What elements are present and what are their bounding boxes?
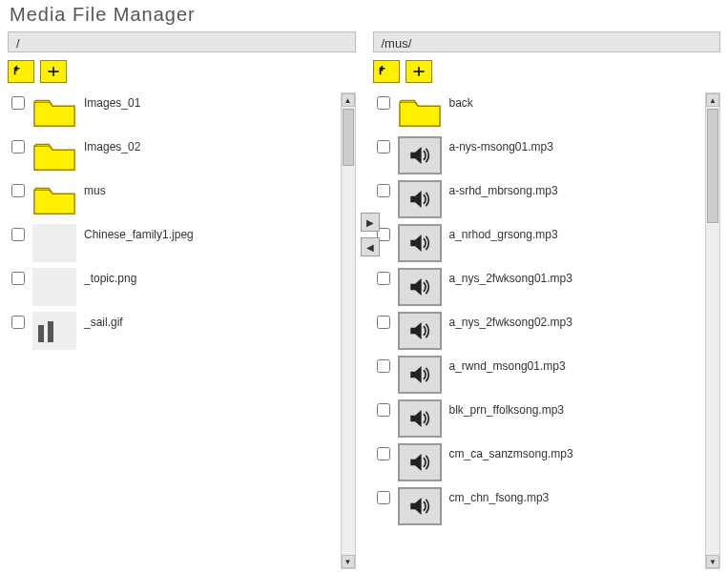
- audio-icon[interactable]: [398, 443, 442, 481]
- item-label: _sail.gif: [84, 312, 123, 329]
- folder-icon[interactable]: [32, 136, 76, 174]
- right-add-button[interactable]: [406, 60, 432, 83]
- folder-icon[interactable]: [32, 180, 76, 218]
- item-label: a_nys_2fwksong01.mp3: [449, 268, 572, 285]
- right-panel: /mus/ backa-nys-msong01.mp3a-srhd_mbrson…: [373, 31, 721, 569]
- item-label: Images_01: [84, 92, 140, 110]
- item-label: blk_prn_ffolksong.mp3: [449, 399, 565, 417]
- item-checkbox[interactable]: [377, 184, 390, 197]
- item-label: a-nys-msong01.mp3: [449, 136, 553, 153]
- audio-icon[interactable]: [398, 136, 442, 174]
- audio-icon[interactable]: [398, 487, 442, 525]
- scroll-up-icon[interactable]: ▲: [706, 93, 719, 107]
- item-checkbox[interactable]: [11, 228, 25, 241]
- item-label: a_rwnd_msong01.mp3: [449, 356, 566, 373]
- audio-icon[interactable]: [398, 312, 442, 350]
- audio-icon[interactable]: [398, 180, 442, 218]
- left-path-bar[interactable]: /: [8, 31, 356, 52]
- item-checkbox[interactable]: [11, 184, 25, 197]
- item-checkbox[interactable]: [377, 447, 390, 460]
- item-checkbox[interactable]: [377, 491, 390, 504]
- item-label: a_nys_2fwksong02.mp3: [449, 312, 572, 329]
- left-add-button[interactable]: [40, 60, 67, 83]
- item-checkbox[interactable]: [11, 140, 25, 153]
- item-checkbox[interactable]: [377, 140, 390, 153]
- plus-icon: [44, 64, 63, 79]
- left-up-button[interactable]: [8, 60, 34, 83]
- scroll-thumb[interactable]: [707, 109, 718, 223]
- item-label: back: [449, 92, 473, 110]
- list-item[interactable]: Images_02: [8, 136, 339, 174]
- right-file-list[interactable]: backa-nys-msong01.mp3a-srhd_mbrsong.mp3a…: [373, 92, 721, 569]
- list-item[interactable]: mus: [8, 180, 339, 218]
- scroll-down-icon[interactable]: ▼: [342, 555, 355, 568]
- list-item[interactable]: a_nys_2fwksong02.mp3: [373, 312, 704, 350]
- folder-icon[interactable]: [32, 92, 76, 131]
- list-item[interactable]: a-srhd_mbrsong.mp3: [373, 180, 704, 218]
- item-checkbox[interactable]: [11, 316, 25, 329]
- item-label: Chinese_family1.jpeg: [84, 224, 194, 241]
- list-item[interactable]: a_nrhod_grsong.mp3: [373, 224, 704, 262]
- up-arrow-icon: [11, 64, 31, 79]
- item-checkbox[interactable]: [377, 359, 390, 373]
- image-thumbnail[interactable]: [32, 224, 76, 262]
- move-left-button[interactable]: ◀: [361, 237, 380, 256]
- list-item[interactable]: cm_ca_sanzmsong.mp3: [373, 443, 704, 481]
- item-label: a-srhd_mbrsong.mp3: [449, 180, 558, 197]
- right-scrollbar[interactable]: ▲ ▼: [705, 92, 720, 569]
- scroll-up-icon[interactable]: ▲: [342, 93, 355, 107]
- item-label: _topic.png: [84, 268, 136, 285]
- app-title: Media File Manager: [10, 4, 720, 26]
- list-item[interactable]: _sail.gif: [8, 312, 339, 350]
- item-label: a_nrhod_grsong.mp3: [449, 224, 558, 241]
- plus-icon: [409, 64, 428, 79]
- move-right-button[interactable]: ▶: [361, 213, 380, 232]
- list-item[interactable]: back: [373, 92, 704, 131]
- left-file-list[interactable]: Images_01Images_02musChinese_family1.jpe…: [8, 92, 356, 569]
- audio-icon[interactable]: [398, 268, 442, 306]
- item-label: cm_ca_sanzmsong.mp3: [449, 443, 573, 460]
- scroll-down-icon[interactable]: ▼: [706, 555, 719, 568]
- left-scrollbar[interactable]: ▲ ▼: [341, 92, 356, 569]
- item-checkbox[interactable]: [377, 403, 390, 417]
- scroll-thumb[interactable]: [343, 109, 354, 166]
- audio-icon[interactable]: [398, 399, 442, 438]
- list-item[interactable]: _topic.png: [8, 268, 339, 306]
- up-arrow-icon: [377, 64, 396, 79]
- audio-icon[interactable]: [398, 224, 442, 262]
- list-item[interactable]: blk_prn_ffolksong.mp3: [373, 399, 704, 438]
- list-item[interactable]: Chinese_family1.jpeg: [8, 224, 339, 262]
- image-thumbnail[interactable]: [32, 268, 76, 306]
- item-checkbox[interactable]: [11, 96, 25, 110]
- list-item[interactable]: a-nys-msong01.mp3: [373, 136, 704, 174]
- item-label: cm_chn_fsong.mp3: [449, 487, 550, 504]
- folder-icon[interactable]: [398, 92, 442, 131]
- right-path-bar[interactable]: /mus/: [373, 31, 721, 52]
- item-label: mus: [84, 180, 106, 197]
- item-checkbox[interactable]: [377, 316, 390, 329]
- audio-icon[interactable]: [398, 356, 442, 394]
- list-item[interactable]: a_rwnd_msong01.mp3: [373, 356, 704, 394]
- item-checkbox[interactable]: [377, 96, 390, 110]
- transfer-controls: ▶ ◀: [361, 213, 380, 256]
- item-label: Images_02: [84, 136, 140, 153]
- list-item[interactable]: a_nys_2fwksong01.mp3: [373, 268, 704, 306]
- image-thumbnail[interactable]: [32, 312, 76, 350]
- left-panel: / Images_01Images_02musChinese_family1.j…: [8, 31, 356, 569]
- item-checkbox[interactable]: [377, 272, 390, 285]
- item-checkbox[interactable]: [11, 272, 25, 285]
- list-item[interactable]: Images_01: [8, 92, 339, 131]
- list-item[interactable]: cm_chn_fsong.mp3: [373, 487, 704, 525]
- right-up-button[interactable]: [373, 60, 400, 83]
